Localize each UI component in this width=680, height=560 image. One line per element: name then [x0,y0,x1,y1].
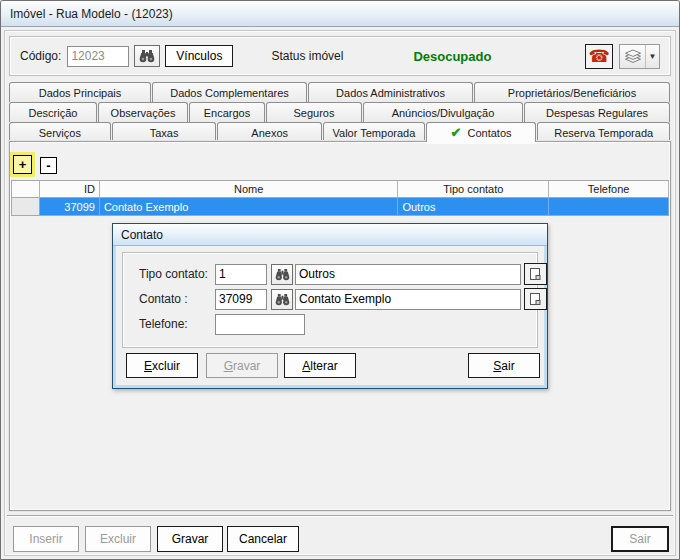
tipo-contato-detail-button[interactable] [524,263,547,285]
phone-button[interactable]: ☎ [585,44,613,69]
tab-encargos[interactable]: Encargos [189,102,265,122]
add-contact-button[interactable]: + [13,155,32,174]
table-header-row: ID Nome Tipo contato Telefone [12,181,669,198]
tipo-contato-desc-input[interactable] [295,264,521,285]
header-tipo-contato[interactable]: Tipo contato [398,181,549,198]
dialog-gravar-button: Gravar [206,353,278,378]
tab-observacoes[interactable]: Observações [98,102,188,122]
vinculos-button[interactable]: Vínculos [165,45,233,67]
tab-despesas-regulares[interactable]: Despesas Regulares [524,102,670,122]
contato-search-button[interactable] [271,289,293,310]
contato-dialog: Contato Tipo contato: [112,223,548,389]
footer-button-bar: Inserir Excluir Gravar Cancelar Sair [1,520,679,554]
form-page-icon [529,267,542,281]
tab-row-3: Serviços Taxas Anexos Valor Temporada ✔ … [9,122,671,142]
window-titlebar[interactable]: Imóvel - Rua Modelo - (12023) [1,1,679,27]
binoculars-icon [139,49,155,63]
client-area: Código: Vínculos Status imóvel Desocupad… [1,28,679,559]
tipo-contato-search-button[interactable] [271,264,293,285]
tab-anuncios-divulgacao[interactable]: Anúncios/Divulgação [363,102,523,122]
tipo-contato-row: Tipo contato: [123,263,537,285]
contacts-table: ID Nome Tipo contato Telefone 37099 Cont… [11,180,669,216]
gravar-button[interactable]: Gravar [157,526,223,552]
footer-separator [7,515,673,517]
tab-descricao[interactable]: Descrição [9,102,97,122]
dialog-fields-group: Tipo contato: [122,252,538,348]
layers-dropdown-arrow-icon[interactable]: ▼ [646,45,659,68]
telefone-input[interactable] [215,314,305,335]
tab-valor-temporada[interactable]: Valor Temporada [323,122,425,142]
contato-code-input[interactable] [215,289,267,310]
codigo-input[interactable] [67,46,129,67]
status-imovel-label: Status imóvel [271,49,343,63]
sair-button: Sair [611,526,669,552]
cell-telefone[interactable] [549,198,669,216]
tab-proprietarios-beneficiarios[interactable]: Proprietários/Beneficiários [474,82,670,102]
header-nome[interactable]: Nome [100,181,399,198]
window-title: Imóvel - Rua Modelo - (12023) [10,7,173,21]
minus-icon: - [46,158,50,173]
checkmark-icon: ✔ [451,125,462,140]
dialog-button-bar: Excluir Gravar Alterar Sair [116,353,544,379]
dialog-title: Contato [121,228,163,242]
inserir-button: Inserir [13,526,79,552]
tipo-contato-label: Tipo contato: [139,267,208,281]
binoculars-icon [275,268,290,281]
tab-row-2: Descrição Observações Encargos Seguros A… [9,102,671,122]
tab-contatos[interactable]: ✔ Contatos [426,122,537,142]
cancelar-button[interactable]: Cancelar [227,526,299,552]
dialog-titlebar[interactable]: Contato [113,224,547,246]
tab-dados-administrativos[interactable]: Dados Administrativos [308,82,473,102]
tab-anexos[interactable]: Anexos [217,122,322,142]
contato-detail-button[interactable] [524,288,547,310]
layers-split-button[interactable]: ▼ [619,44,660,69]
dialog-alterar-button[interactable]: Alterar [284,353,356,378]
tab-taxas[interactable]: Taxas [112,122,217,142]
cell-id[interactable]: 37099 [40,198,100,216]
tab-dados-complementares[interactable]: Dados Complementares [152,82,307,102]
binoculars-icon [275,293,290,306]
cell-tipo-contato[interactable]: Outros [398,198,549,216]
cell-nome[interactable]: Contato Exemplo [100,198,399,216]
telefone-label: Telefone: [139,317,188,331]
header-telefone[interactable]: Telefone [549,181,669,198]
search-binoculars-button[interactable] [134,45,160,67]
dialog-body: Tipo contato: [116,246,544,385]
tab-servicos[interactable]: Serviços [9,122,111,142]
plus-icon: + [19,157,27,172]
excluir-button: Excluir [85,526,151,552]
table-row[interactable]: 37099 Contato Exemplo Outros [12,198,669,216]
contato-row: Contato : [123,288,537,310]
toolbar: Código: Vínculos Status imóvel Desocupad… [9,36,671,76]
dialog-sair-button[interactable]: Sair [468,353,540,378]
dialog-excluir-button[interactable]: Excluir [126,353,198,378]
codigo-label: Código: [20,49,61,63]
header-row-selector [12,181,40,198]
layers-icon [620,45,646,68]
tab-row-1: Dados Principais Dados Complementares Da… [9,82,671,102]
tab-seguros[interactable]: Seguros [266,102,362,122]
telefone-row: Telefone: [123,313,537,335]
contato-label: Contato : [139,292,188,306]
status-value: Desocupado [413,49,491,64]
contatos-tab-page: + - ID Nome Tipo contato Telefone 37099 … [9,141,671,511]
tipo-contato-code-input[interactable] [215,264,267,285]
form-page-icon [529,292,542,306]
header-id[interactable]: ID [40,181,100,198]
tab-reserva-temporada[interactable]: Reserva Temporada [537,122,670,142]
tab-dados-principais[interactable]: Dados Principais [9,82,151,102]
app-window: Imóvel - Rua Modelo - (12023) Código: Ví… [0,0,680,560]
contato-desc-input[interactable] [295,289,521,310]
row-selector-cell[interactable] [12,198,40,216]
remove-contact-button[interactable]: - [40,157,57,174]
tab-strip: Dados Principais Dados Complementares Da… [9,82,671,142]
phone-icon: ☎ [588,48,609,65]
